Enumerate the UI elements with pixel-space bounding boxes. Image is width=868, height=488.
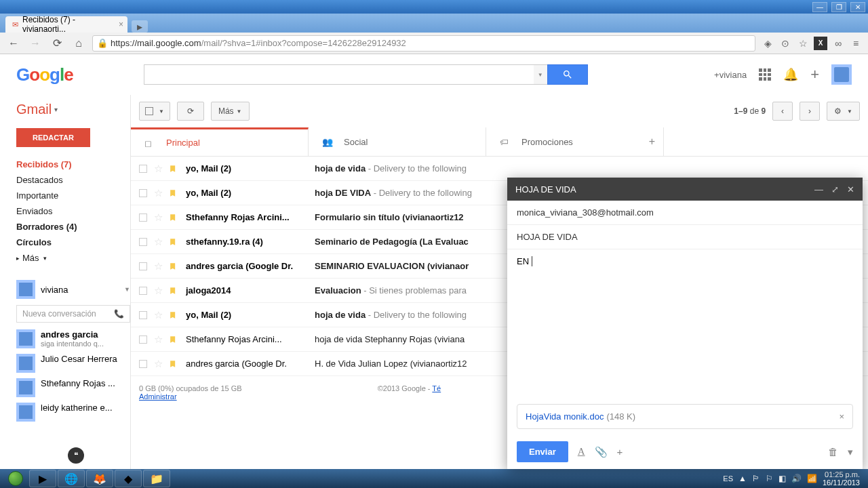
label-icon[interactable]	[170, 213, 179, 222]
reload-button[interactable]: ⟳	[49, 35, 65, 52]
compose-close-icon[interactable]: ✕	[847, 184, 854, 195]
volume-icon[interactable]: 🔊	[791, 474, 802, 483]
home-button[interactable]: ⌂	[71, 35, 87, 52]
star-icon[interactable]: ☆	[154, 163, 163, 175]
tab-promotions[interactable]: 🏷 Promociones +	[486, 127, 664, 156]
plus-user-link[interactable]: +viviana	[714, 70, 747, 80]
google-logo[interactable]: Google	[16, 64, 73, 85]
label-icon[interactable]	[170, 286, 179, 296]
email-checkbox[interactable]	[139, 189, 147, 197]
ext-icon[interactable]: ⊙	[778, 37, 792, 50]
label-icon[interactable]	[170, 262, 179, 271]
email-checkbox[interactable]	[139, 238, 147, 246]
tab-close-icon[interactable]: ×	[119, 20, 123, 29]
tab-social[interactable]: 👥 Social	[309, 127, 486, 156]
label-icon[interactable]	[170, 359, 179, 369]
wifi-icon[interactable]: 📶	[807, 474, 817, 483]
star-icon[interactable]: ☆	[154, 285, 163, 297]
compose-button[interactable]: REDACTAR	[16, 128, 90, 147]
chat-contact[interactable]: Sthefanny Rojas ...	[16, 375, 130, 400]
taskbar-app[interactable]: ◆	[115, 470, 142, 487]
search-button[interactable]	[547, 64, 588, 85]
send-button[interactable]: Enviar	[517, 441, 568, 462]
more-options-icon[interactable]: ▾	[848, 446, 853, 458]
nav-more[interactable]: Más▾	[16, 250, 130, 266]
label-icon[interactable]	[170, 188, 179, 198]
url-input[interactable]: 🔒 https://mail.google.com /mail/?shva=1#…	[92, 35, 755, 52]
taskbar-firefox[interactable]: 🦊	[86, 470, 113, 487]
star-icon[interactable]: ☆	[154, 333, 163, 346]
add-tab-button[interactable]: +	[649, 136, 655, 148]
menu-icon[interactable]: ≡	[849, 37, 863, 50]
back-button[interactable]: ←	[5, 35, 22, 52]
ext-icon[interactable]: ◈	[761, 37, 774, 50]
insert-plus-icon[interactable]: +	[617, 446, 623, 458]
maximize-button[interactable]: ❐	[831, 2, 846, 12]
email-checkbox[interactable]	[139, 287, 147, 295]
search-input[interactable]	[144, 64, 534, 85]
compose-body[interactable]: EN	[507, 249, 863, 399]
chat-contact[interactable]: leidy katherine e...	[16, 400, 130, 424]
apps-icon[interactable]	[759, 68, 771, 81]
user-avatar[interactable]	[831, 64, 852, 85]
compose-expand-icon[interactable]: ⤢	[831, 184, 839, 195]
forward-button[interactable]: →	[27, 35, 43, 52]
browser-tab[interactable]: ✉ Recibidos (7) - vivianaorti... ×	[5, 16, 127, 33]
lang-indicator[interactable]: ES	[723, 474, 733, 483]
select-all-checkbox[interactable]: ▼	[139, 102, 170, 121]
compose-to-field[interactable]: monica_viviana_308@hotmail.com	[507, 201, 863, 225]
compose-minimize-icon[interactable]: —	[814, 184, 823, 195]
minimize-button[interactable]: —	[812, 2, 827, 12]
nav-drafts[interactable]: Borradores (4)	[16, 219, 130, 235]
label-icon[interactable]	[170, 335, 179, 344]
ext-icon[interactable]: X	[814, 37, 827, 50]
chat-self[interactable]: viviana ▼	[16, 278, 130, 301]
flag-icon[interactable]: 🏳	[752, 474, 760, 483]
tray-icon[interactable]: ▲	[738, 474, 747, 483]
star-icon[interactable]: ☆	[154, 187, 163, 199]
gmail-product-menu[interactable]: Gmail	[16, 102, 130, 117]
start-button[interactable]	[3, 469, 28, 488]
new-tab-button[interactable]: ▸	[132, 20, 148, 33]
terms-link[interactable]: Té	[432, 384, 441, 392]
refresh-button[interactable]: ⟳	[177, 102, 204, 121]
email-checkbox[interactable]	[139, 336, 147, 344]
star-icon[interactable]: ☆	[154, 211, 163, 224]
close-window-button[interactable]: ✕	[850, 2, 865, 12]
nav-sent[interactable]: Enviados	[16, 203, 130, 219]
tray-icon[interactable]: ◧	[778, 474, 786, 483]
nav-starred[interactable]: Destacados	[16, 172, 130, 188]
email-checkbox[interactable]	[139, 165, 147, 173]
nav-inbox[interactable]: Recibidos (7)	[16, 157, 130, 172]
more-actions-button[interactable]: Más▼	[211, 102, 250, 121]
format-icon[interactable]: A	[578, 446, 585, 458]
label-icon[interactable]	[170, 164, 179, 174]
share-plus-button[interactable]: +	[810, 66, 819, 83]
attachment-remove-icon[interactable]: ×	[839, 411, 844, 422]
taskbar-chrome[interactable]: 🌐	[58, 470, 85, 487]
nav-important[interactable]: Importante	[16, 188, 130, 203]
new-conversation-input[interactable]: Nueva conversación 📞	[16, 305, 130, 323]
bookmark-icon[interactable]: ☆	[796, 37, 810, 50]
trash-icon[interactable]: 🗑	[828, 446, 838, 458]
pager-prev-button[interactable]: ‹	[772, 102, 793, 121]
attachment-chip[interactable]: HojaVida monik.doc (148 K) ×	[517, 404, 853, 429]
star-icon[interactable]: ☆	[154, 358, 163, 370]
search-dropdown[interactable]: ▼	[534, 64, 547, 85]
chat-contact[interactable]: andres garciasiga intentando q...	[16, 327, 130, 351]
taskbar-media[interactable]: ▶	[29, 470, 56, 487]
star-icon[interactable]: ☆	[154, 260, 163, 272]
settings-button[interactable]: ⚙▼	[827, 102, 860, 121]
nav-circles[interactable]: Círculos	[16, 235, 130, 250]
chat-contact[interactable]: Julio Cesar Herrera	[16, 351, 130, 375]
email-checkbox[interactable]	[139, 311, 147, 319]
compose-subject-field[interactable]: HOJA DE VIDA	[507, 225, 863, 249]
label-icon[interactable]	[170, 310, 179, 320]
action-center-icon[interactable]: ⚐	[766, 474, 773, 483]
notifications-icon[interactable]: 🔔	[783, 67, 798, 82]
chevron-down-icon[interactable]: ▼	[124, 286, 130, 293]
label-icon[interactable]	[170, 237, 179, 247]
attach-icon[interactable]: 📎	[595, 446, 608, 458]
tab-primary[interactable]: ◻ Principal	[131, 127, 309, 156]
email-checkbox[interactable]	[139, 214, 147, 222]
